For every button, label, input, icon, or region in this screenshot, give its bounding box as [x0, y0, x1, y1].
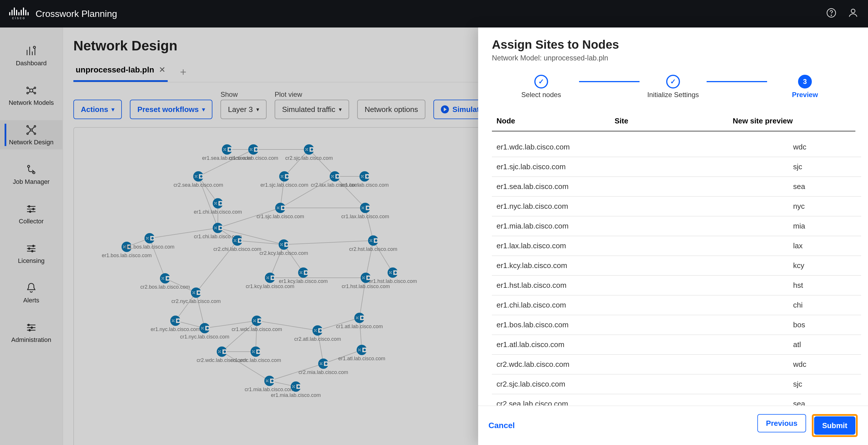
topo-node[interactable] — [222, 144, 232, 155]
topo-node[interactable] — [279, 171, 289, 181]
cell-node: er1.chi.lab.cisco.com — [492, 295, 759, 315]
sidenav-item-network-models[interactable]: Network Models — [0, 81, 62, 110]
table-row[interactable]: er1.mia.lab.cisco.commia — [492, 216, 861, 236]
sidenav-item-dashboard[interactable]: Dashboard — [0, 41, 62, 70]
cell-node: er1.sjc.lab.cisco.com — [492, 157, 759, 177]
topo-node[interactable] — [252, 315, 262, 326]
table-row[interactable]: cr2.sjc.lab.cisco.comsjc — [492, 374, 861, 394]
cell-site — [759, 216, 788, 236]
actions-button[interactable]: Actions▾ — [73, 100, 122, 119]
cell-preview: wdc — [788, 354, 861, 374]
step-preview[interactable]: 3Preview — [771, 75, 839, 99]
table-row[interactable]: er1.bos.lab.cisco.combos — [492, 315, 861, 335]
cell-node: cr2.sea.lab.cisco.com — [492, 394, 759, 406]
topo-node[interactable] — [304, 144, 314, 155]
cell-node: er1.mia.lab.cisco.com — [492, 216, 759, 236]
topo-node-label: cr1.atl.lab.cisco.com — [336, 323, 383, 330]
table-row[interactable]: er1.lax.lab.cisco.comlax — [492, 236, 861, 256]
cell-preview: lax — [788, 236, 861, 256]
nav-icon — [25, 163, 37, 176]
sidenav-item-administration[interactable]: Administration — [0, 318, 62, 347]
table-row[interactable]: er1.hst.lab.cisco.comhst — [492, 275, 861, 295]
table-row[interactable]: cr2.wdc.lab.cisco.comwdc — [492, 354, 861, 374]
topo-node[interactable] — [298, 268, 308, 278]
topo-node[interactable] — [213, 198, 223, 208]
topo-node[interactable] — [145, 233, 155, 243]
preset-workflows-button[interactable]: Preset workflows▾ — [130, 100, 212, 119]
topo-node-label: cr1.lax.lab.cisco.com — [341, 214, 389, 219]
cell-preview: sea — [788, 394, 861, 406]
topo-node-label: cr2.hst.lab.cisco.com — [349, 246, 397, 252]
drawer-subtitle: Network Model: unprocessed-lab.pln — [492, 54, 854, 62]
topo-node[interactable] — [354, 313, 365, 323]
topo-node[interactable] — [191, 287, 201, 298]
topo-node[interactable] — [291, 381, 301, 392]
topo-node[interactable] — [193, 171, 204, 181]
topo-node[interactable] — [248, 144, 258, 155]
topo-node[interactable] — [199, 323, 210, 333]
svg-point-2 — [851, 9, 855, 12]
sidenav-item-alerts[interactable]: Alerts — [0, 278, 62, 308]
topo-node-label: cr1.wdc.lab.cisco.com — [231, 327, 282, 333]
table-row[interactable]: cr2.sea.lab.cisco.comsea — [492, 394, 861, 406]
topo-node[interactable] — [318, 358, 329, 369]
nav-label: Alerts — [23, 297, 39, 304]
step-connector — [707, 81, 767, 82]
topo-node[interactable] — [275, 203, 285, 213]
preview-table[interactable]: er1.wdc.lab.cisco.comwdcer1.sjc.lab.cisc… — [492, 137, 861, 406]
svg-point-12 — [27, 133, 28, 135]
topo-node[interactable] — [251, 346, 261, 357]
topo-node[interactable] — [312, 325, 323, 336]
add-tab-icon[interactable]: ＋ — [178, 65, 188, 79]
topo-node[interactable] — [213, 223, 223, 233]
table-row[interactable]: er1.kcy.lab.cisco.comkcy — [492, 256, 861, 275]
nav-icon — [25, 321, 37, 334]
file-tab[interactable]: unprocessed-lab.pln ✕ — [73, 62, 168, 82]
topo-node[interactable] — [232, 235, 243, 246]
svg-point-23 — [31, 327, 33, 329]
svg-point-13 — [34, 133, 36, 135]
cell-site — [759, 275, 788, 295]
topo-node[interactable] — [160, 273, 170, 283]
topo-node[interactable] — [264, 376, 275, 386]
sidenav-item-collector[interactable]: Collector — [0, 199, 62, 229]
help-icon[interactable] — [826, 7, 837, 21]
plot-view-dropdown[interactable]: Simulated traffic▾ — [275, 100, 349, 119]
table-row[interactable]: er1.atl.lab.cisco.comatl — [492, 335, 861, 354]
topo-node[interactable] — [388, 268, 398, 278]
table-row[interactable]: er1.nyc.lab.cisco.comnyc — [492, 197, 861, 216]
topo-node[interactable] — [356, 345, 367, 355]
cancel-button[interactable]: Cancel — [489, 421, 515, 430]
close-tab-icon[interactable]: ✕ — [159, 65, 165, 74]
sidenav-item-job-manager[interactable]: Job Manager — [0, 160, 62, 189]
previous-button[interactable]: Previous — [757, 414, 806, 433]
cell-preview: mia — [788, 216, 861, 236]
topo-node-label: cr2.kcy.lab.cisco.com — [259, 250, 308, 256]
topo-node[interactable] — [330, 171, 340, 181]
topo-node[interactable] — [360, 203, 370, 213]
topo-node[interactable] — [368, 235, 378, 246]
show-dropdown[interactable]: Layer 3▾ — [220, 100, 267, 119]
sidenav-item-licensing[interactable]: Licensing — [0, 239, 62, 268]
table-row[interactable]: er1.wdc.lab.cisco.comwdc — [492, 137, 861, 157]
topo-node[interactable] — [361, 273, 371, 283]
svg-point-7 — [27, 92, 28, 94]
table-row[interactable]: er1.sea.lab.cisco.comsea — [492, 177, 861, 197]
submit-button[interactable]: Submit — [814, 416, 856, 435]
topo-node-label: er1.mia.lab.cisco.com — [271, 392, 321, 398]
topo-node[interactable] — [170, 315, 181, 326]
topo-node[interactable] — [265, 273, 275, 283]
topo-node[interactable] — [360, 171, 370, 181]
network-options-button[interactable]: Network options — [357, 100, 425, 119]
user-icon[interactable] — [847, 7, 859, 21]
sidenav-item-network-design[interactable]: Network Design — [0, 120, 62, 149]
table-row[interactable]: er1.sjc.lab.cisco.comsjc — [492, 157, 861, 177]
step-initialize-settings[interactable]: Initialize Settings — [643, 75, 704, 99]
cell-site — [759, 315, 788, 335]
table-row[interactable]: er1.chi.lab.cisco.comchi — [492, 295, 861, 315]
topo-node-label: er1.wdc.lab.cisco.com — [230, 357, 281, 364]
topo-node[interactable] — [217, 346, 227, 357]
step-select-nodes[interactable]: Select nodes — [507, 75, 576, 99]
step-label: Select nodes — [521, 91, 561, 99]
topo-node[interactable] — [279, 239, 289, 250]
